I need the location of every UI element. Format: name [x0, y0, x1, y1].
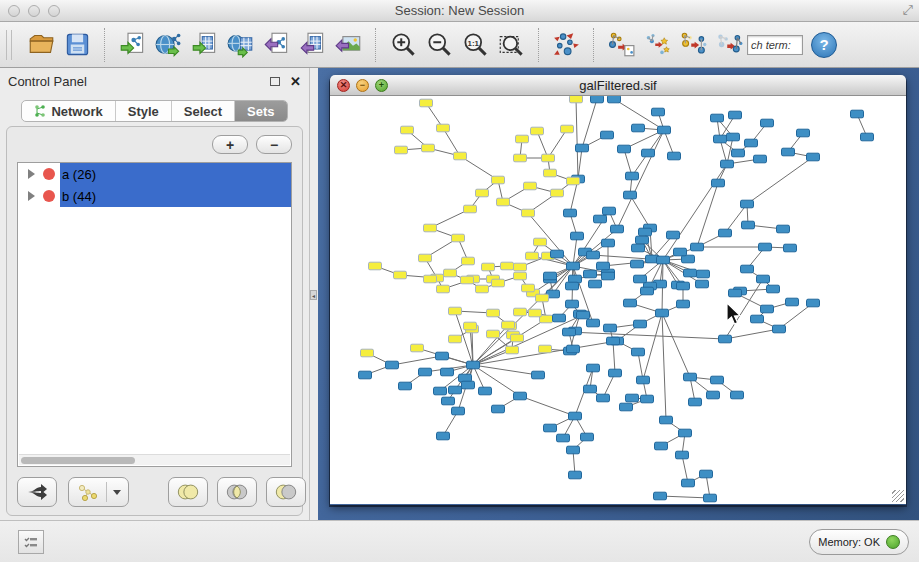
graph-node[interactable] [707, 391, 720, 399]
graph-node[interactable] [401, 126, 414, 134]
graph-node[interactable] [467, 361, 480, 369]
graph-node[interactable] [711, 376, 724, 384]
tab-style[interactable]: Style [116, 101, 172, 121]
graph-node[interactable] [526, 252, 539, 260]
graph-node[interactable] [584, 270, 597, 278]
zoom-out-button[interactable] [421, 27, 457, 63]
graph-node[interactable] [529, 309, 542, 317]
save-session-button[interactable] [59, 27, 95, 63]
graph-node[interactable] [679, 429, 692, 437]
graph-node[interactable] [786, 298, 799, 306]
graph-node[interactable] [557, 434, 570, 442]
graph-node[interactable] [684, 373, 697, 381]
graph-node[interactable] [570, 96, 583, 103]
graph-node[interactable] [773, 325, 786, 333]
graph-node[interactable] [569, 412, 582, 420]
graph-node[interactable] [608, 96, 621, 103]
graph-node[interactable] [861, 133, 874, 141]
toolbar-drag-handle[interactable] [6, 30, 12, 60]
graph-node[interactable] [502, 321, 515, 329]
graph-node[interactable] [684, 269, 697, 277]
graph-node[interactable] [441, 368, 454, 376]
graph-node[interactable] [452, 234, 465, 242]
set-row-a[interactable]: a (26) [18, 163, 291, 185]
graph-node[interactable] [514, 392, 527, 400]
export-selected-network-button[interactable] [603, 27, 639, 63]
graph-node[interactable] [604, 324, 617, 332]
graph-node[interactable] [514, 154, 527, 162]
horizontal-scrollbar[interactable] [19, 454, 290, 465]
fullscreen-icon[interactable]: ⤢ [903, 2, 913, 18]
graph-node[interactable] [361, 349, 374, 357]
graph-node[interactable] [634, 320, 647, 328]
graph-node[interactable] [476, 189, 489, 197]
graph-node[interactable] [419, 368, 432, 376]
graph-node[interactable] [386, 361, 399, 369]
graph-node[interactable] [656, 309, 669, 317]
graph-node[interactable] [589, 280, 602, 288]
graph-node[interactable] [532, 371, 545, 379]
scrollbar-thumb[interactable] [21, 457, 135, 464]
graph-node[interactable] [487, 309, 500, 317]
export-image-button[interactable] [330, 27, 366, 63]
graph-node[interactable] [569, 471, 582, 479]
graph-node[interactable] [729, 111, 742, 119]
graph-node[interactable] [394, 271, 407, 279]
automation-panel-button[interactable] [18, 530, 44, 554]
set-row-b[interactable]: b (44) [18, 185, 291, 207]
graph-node[interactable] [742, 221, 755, 229]
graph-node[interactable] [691, 243, 704, 251]
import-table-from-web-button[interactable] [222, 27, 258, 63]
graph-node[interactable] [602, 272, 615, 280]
graph-node[interactable] [479, 387, 492, 395]
graph-node[interactable] [731, 391, 744, 399]
hide-selected-button[interactable] [675, 27, 711, 63]
graph-node[interactable] [719, 335, 732, 343]
graph-node[interactable] [462, 381, 475, 389]
graph-node[interactable] [642, 149, 655, 157]
graph-node[interactable] [618, 145, 631, 153]
graph-node[interactable] [655, 442, 668, 450]
show-all-nodes-edges-button[interactable] [711, 27, 747, 63]
export-network-button[interactable] [258, 27, 294, 63]
graph-node[interactable] [797, 129, 810, 137]
graph-node[interactable] [682, 255, 695, 263]
graph-node[interactable] [482, 263, 495, 271]
graph-node[interactable] [626, 394, 639, 402]
graph-node[interactable] [569, 275, 582, 283]
graph-node[interactable] [624, 191, 637, 199]
graph-node[interactable] [459, 374, 472, 382]
graph-node[interactable] [660, 416, 673, 424]
network-graph[interactable] [330, 96, 904, 504]
graph-node[interactable] [454, 152, 467, 160]
graph-node[interactable] [452, 407, 465, 415]
graph-node[interactable] [676, 451, 689, 459]
graph-node[interactable] [732, 149, 745, 157]
graph-node[interactable] [497, 198, 510, 206]
graph-node[interactable] [601, 131, 614, 139]
zoom-in-button[interactable] [385, 27, 421, 63]
graph-node[interactable] [551, 250, 564, 258]
graph-node[interactable] [714, 135, 727, 143]
expander-icon[interactable] [28, 169, 35, 179]
graph-node[interactable] [704, 494, 717, 502]
graph-node[interactable] [620, 403, 633, 411]
graph-node[interactable] [632, 348, 645, 356]
graph-node[interactable] [667, 231, 680, 239]
graph-node[interactable] [564, 209, 577, 217]
graph-node[interactable] [591, 96, 604, 103]
import-table-from-file-button[interactable] [186, 27, 222, 63]
intersection-button[interactable] [217, 477, 257, 507]
graph-node[interactable] [581, 433, 594, 441]
graph-node[interactable] [631, 260, 644, 268]
add-set-button[interactable]: + [212, 135, 248, 154]
graph-node[interactable] [587, 319, 600, 327]
graph-node[interactable] [566, 300, 579, 308]
graph-node[interactable] [511, 334, 524, 342]
zoom-selected-region-button[interactable] [493, 27, 529, 63]
graph-node[interactable] [544, 424, 557, 432]
graph-node[interactable] [567, 446, 580, 454]
graph-node[interactable] [632, 124, 645, 132]
graph-node[interactable] [611, 225, 624, 233]
graph-node[interactable] [422, 144, 435, 152]
